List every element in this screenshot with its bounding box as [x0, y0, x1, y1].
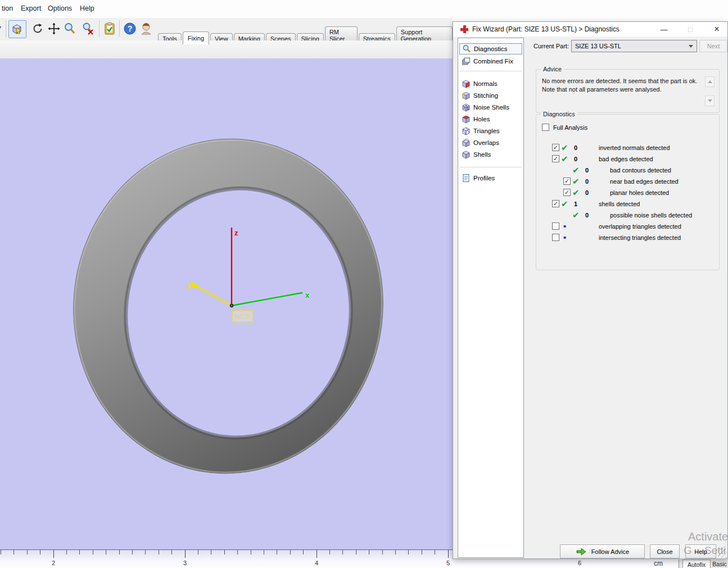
ruler-unit: cm	[654, 560, 663, 567]
row-checkbox[interactable]: ✓	[552, 144, 559, 151]
unzoom-button[interactable]	[79, 20, 96, 37]
row-label: planar holes detected	[610, 189, 669, 196]
cube-dots-icon	[462, 103, 471, 112]
menu-item-export[interactable]: Export	[21, 4, 41, 12]
full-analysis-label: Full Analysis	[553, 124, 587, 131]
row-checkbox[interactable]: ✓	[563, 178, 571, 185]
green-arrow-icon	[576, 547, 587, 557]
next-button[interactable]: Next	[699, 40, 727, 52]
menu-item-options[interactable]: Options	[48, 4, 72, 12]
sidebar-separator	[459, 71, 522, 71]
document-icon	[462, 174, 471, 183]
row-checkbox[interactable]: ✓	[563, 189, 571, 196]
sidebar-item-profiles[interactable]: Profiles	[459, 172, 522, 184]
row-checkbox[interactable]: ✓	[552, 200, 559, 207]
row-count: 0	[585, 189, 589, 196]
ruler-number: 5	[446, 560, 450, 566]
window-background	[453, 0, 728, 21]
advice-groupbox: Advice No more errors are detected. It s…	[536, 69, 720, 113]
ruler-number: 4	[315, 560, 318, 566]
diagnostic-row-bad-contours: ✔ 0 bad contours detected	[536, 165, 716, 176]
select-tool-button[interactable]	[8, 20, 26, 38]
status-check-icon: ✔	[572, 188, 580, 198]
diagnostic-row-overlapping-triangles: • overlapping triangles detected	[536, 221, 716, 233]
help-dialog-button[interactable]: Help	[685, 544, 716, 558]
sidebar-item-diagnostics[interactable]: Diagnostics	[459, 43, 522, 54]
row-checkbox[interactable]: ✓	[552, 155, 559, 162]
diagnostic-row-shells: ✓ ✔ 1 shells detected	[536, 199, 716, 210]
cube-red-front-icon	[462, 79, 471, 88]
cube-cursor-icon	[11, 22, 24, 36]
sidebar-item-combined-fix[interactable]: Combined Fix	[459, 56, 522, 67]
sidebar-item-overlaps[interactable]: Overlaps	[459, 137, 522, 148]
advice-scroll-down[interactable]	[705, 96, 715, 106]
assistant-button[interactable]	[138, 20, 155, 37]
row-count: 0	[574, 156, 577, 162]
sidebar-item-holes[interactable]: Holes	[459, 113, 522, 125]
help-icon: ?	[123, 22, 137, 35]
row-count: 0	[574, 144, 577, 151]
magics-application-window: tion Export Options Help ▾	[0, 0, 728, 568]
chevron-down-icon	[689, 45, 693, 48]
viewport-3d[interactable]: z x y WCS	[0, 58, 453, 549]
status-check-icon: ✔	[561, 154, 568, 164]
full-analysis-checkbox[interactable]	[542, 124, 549, 131]
current-part-select[interactable]: SIZE 13 US-STL	[571, 40, 697, 52]
advice-title: Advice	[541, 66, 564, 72]
close-button[interactable]: Close	[650, 544, 680, 558]
magnifier-icon	[63, 22, 76, 35]
row-count: 0	[585, 212, 589, 219]
sidebar-item-stitching[interactable]: Stitching	[459, 90, 522, 101]
ruler-number: 6	[578, 560, 581, 566]
ribbon-content-empty	[0, 40, 453, 60]
diagnostic-row-possible-noise-shells: ✔ 0 possible noise shells detected	[536, 210, 716, 221]
resize-grip[interactable]	[718, 549, 727, 558]
ruler-number: 2	[52, 560, 55, 566]
close-window-button[interactable]: ×	[707, 22, 726, 37]
ring-model: z x y WCS	[0, 58, 453, 549]
fix-wizard-icon	[460, 25, 468, 33]
menu-item-truncated[interactable]: tion	[2, 4, 13, 12]
minimize-button[interactable]: —	[654, 22, 673, 37]
row-label: intersecting triangles detected	[599, 234, 681, 241]
diagnostics-title: Diagnostics	[541, 111, 577, 117]
help-button[interactable]: ?	[121, 20, 138, 37]
rotate-icon	[31, 22, 44, 35]
pan-view-button[interactable]	[46, 20, 62, 37]
fix-report-button[interactable]	[101, 20, 118, 37]
svg-text:?: ?	[128, 24, 133, 33]
tab-fixing[interactable]: Fixing	[183, 31, 209, 44]
zoom-button[interactable]	[61, 20, 78, 37]
ruler-number: 3	[183, 560, 187, 566]
menu-item-help[interactable]: Help	[80, 4, 94, 12]
follow-advice-button[interactable]: Follow Advice	[560, 544, 645, 558]
row-checkbox[interactable]	[552, 222, 559, 230]
left-combo-arrow-icon[interactable]: ▾	[0, 24, 1, 31]
rotate-view-button[interactable]	[29, 20, 46, 37]
sidebar-item-triangles[interactable]: Triangles	[459, 125, 522, 137]
row-label: bad contours detected	[610, 167, 671, 174]
y-axis-label: y	[187, 281, 191, 289]
tab-autofix[interactable]: Autofix	[682, 560, 711, 568]
row-checkbox[interactable]	[552, 234, 559, 241]
row-count: 0	[585, 167, 589, 174]
magnifier-icon	[462, 44, 471, 53]
sidebar-item-shells[interactable]: Shells	[459, 149, 522, 160]
wcs-label: WCS	[235, 313, 250, 320]
sidebar-item-noise-shells[interactable]: Noise Shells	[459, 102, 522, 113]
row-label: possible noise shells detected	[610, 212, 692, 219]
pan-icon	[48, 22, 60, 35]
assistant-person-icon	[139, 22, 153, 35]
status-check-icon: ✔	[561, 199, 568, 209]
dialog-titlebar[interactable]: Fix Wizard (Part: SIZE 13 US-STL) > Diag…	[453, 22, 727, 37]
status-check-icon: ✔	[572, 176, 580, 187]
cube-icon	[462, 150, 471, 159]
maximize-button[interactable]: □	[681, 22, 700, 37]
bottom-view-tabs: Autofix Basic	[679, 560, 728, 568]
current-part-label: Current Part:	[533, 43, 569, 49]
sidebar-item-normals[interactable]: Normals	[459, 78, 522, 89]
diagnostic-row-near-bad-edges: ✓ ✔ 0 near bad edges detected	[536, 176, 716, 188]
advice-scroll-up[interactable]	[705, 76, 715, 87]
tab-basic[interactable]: Basic	[711, 560, 728, 568]
diagnostic-row-bad-edges: ✓ ✔ 0 bad edges detected	[536, 154, 716, 165]
